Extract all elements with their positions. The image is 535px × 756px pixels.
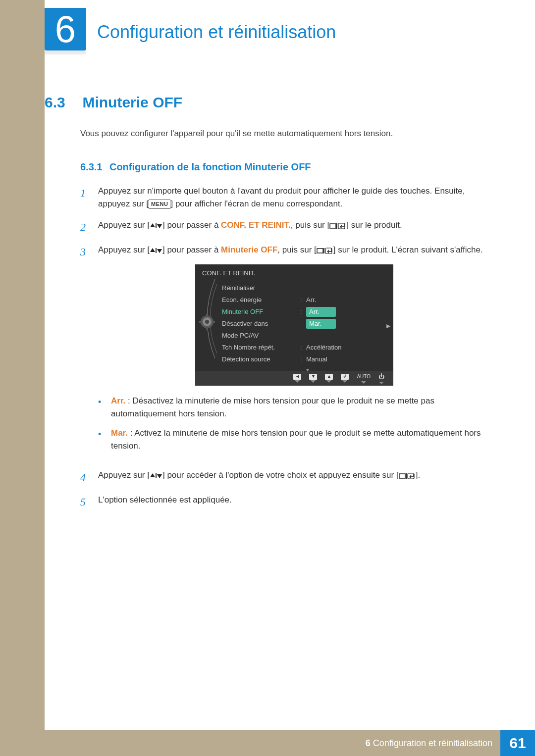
menu-button-icon: MENU (149, 200, 170, 209)
svg-rect-3 (330, 224, 336, 228)
svg-rect-17 (199, 321, 202, 323)
up-down-arrows-icon (150, 222, 162, 229)
svg-point-14 (205, 320, 209, 324)
osd-right-arrow-icon: ▶ (386, 322, 390, 330)
step-number: 2 (80, 219, 91, 236)
svg-rect-20 (156, 473, 157, 478)
page-header: 6 Configuration et réinitialisation (45, 8, 535, 50)
up-down-arrows-icon (150, 472, 162, 479)
keyword-mar: Mar. (111, 428, 128, 438)
left-sidebar-stripe (0, 0, 45, 756)
osd-row: Désactiver dans Mar. (222, 318, 393, 330)
osd-title: CONF. ET REINIT. (195, 264, 393, 282)
osd-selected-value: Arr. (306, 307, 336, 317)
svg-rect-18 (213, 321, 215, 323)
step-2: 2 Appuyez sur [] pour passer à CONF. ET … (80, 219, 490, 236)
subsection-heading: 6.3.1 Configuration de la fonction Minut… (80, 161, 490, 173)
chapter-number-box: 6 (45, 8, 86, 50)
svg-marker-0 (150, 223, 155, 227)
bullet-dot-icon: • (98, 427, 104, 453)
subsection-number: 6.3.1 (80, 161, 102, 172)
section-title: Minuterie OFF (82, 94, 182, 110)
osd-row: Tch Nombre répét. : Accélération (222, 342, 393, 353)
svg-rect-22 (399, 474, 405, 478)
osd-auto-icon: AUTO (357, 373, 371, 384)
source-enter-icon (317, 247, 333, 254)
keyword-minuterie-off: Minuterie OFF (221, 245, 277, 254)
gear-icon (199, 314, 215, 330)
svg-marker-8 (157, 249, 162, 253)
section-number: 6.3 (45, 94, 80, 111)
chapter-title: Configuration et réinitialisation (97, 22, 336, 43)
osd-footer: ◄ ▼ ▲ ↲ AUTO ⏻ (195, 371, 393, 386)
keyword-conf-reinit: CONF. ET REINIT. (221, 220, 291, 230)
svg-marker-19 (150, 473, 155, 477)
osd-back-icon: ◄ (293, 374, 301, 383)
bullet-item: • Mar. : Activez la minuterie de mise ho… (98, 427, 490, 453)
steps-list: 1 Appuyez sur n'importe quel bouton à l'… (80, 185, 490, 510)
osd-row: Réinitialiser (222, 282, 393, 294)
step-number: 4 (80, 469, 91, 486)
osd-down-icon: ▼ (309, 374, 317, 383)
osd-up-icon: ▲ (325, 374, 333, 383)
bullet-dot-icon: • (98, 395, 104, 421)
osd-row: Econ. énergie : Arr. (222, 294, 393, 306)
source-enter-icon (329, 222, 346, 229)
page-footer: 6 Configuration et réinitialisation 61 (45, 730, 535, 756)
svg-rect-10 (323, 248, 324, 253)
section-intro: Vous pouvez configurer l'appareil pour q… (80, 129, 490, 139)
page-number: 61 (500, 730, 535, 756)
step-5: 5 L'option sélectionnée est appliquée. (80, 494, 490, 510)
section-heading: 6.3 Minuterie OFF (45, 94, 490, 111)
osd-row-highlighted: Minuterie OFF : Arr. (222, 306, 393, 318)
subsection-title: Configuration de la fonction Minuterie O… (109, 161, 311, 172)
keyword-arr: Arr. (111, 396, 125, 405)
svg-marker-6 (150, 248, 155, 252)
osd-option: Mar. (306, 319, 336, 329)
osd-power-icon: ⏻ (378, 372, 384, 385)
bullet-list: • Arr. : Désactivez la minuterie de mise… (98, 395, 490, 453)
svg-rect-4 (336, 223, 337, 229)
svg-marker-2 (157, 224, 162, 228)
step-4: 4 Appuyez sur [] pour accéder à l'option… (80, 469, 490, 486)
osd-screenshot: CONF. ET REINIT. (195, 264, 393, 386)
footer-chapter-label: 6 Configuration et réinitialisation (366, 738, 492, 749)
svg-rect-23 (406, 473, 407, 479)
osd-row: Mode PC/AV (222, 330, 393, 342)
step-1: 1 Appuyez sur n'importe quel bouton à l'… (80, 185, 490, 211)
svg-rect-7 (156, 248, 157, 253)
source-enter-icon (399, 472, 416, 479)
step-number: 3 (80, 244, 91, 461)
svg-marker-21 (157, 474, 162, 478)
up-down-arrows-icon (150, 247, 162, 254)
step-number: 5 (80, 494, 91, 510)
svg-rect-1 (156, 223, 157, 228)
svg-rect-15 (206, 314, 208, 316)
svg-rect-9 (317, 249, 323, 253)
page-content: 6.3 Minuterie OFF Vous pouvez configurer… (45, 94, 490, 518)
svg-rect-16 (206, 327, 208, 330)
bullet-item: • Arr. : Désactivez la minuterie de mise… (98, 395, 490, 421)
osd-enter-icon: ↲ (341, 374, 349, 383)
osd-row: Détection source : Manual (222, 353, 393, 365)
step-number: 1 (80, 185, 91, 211)
step-3: 3 Appuyez sur [] pour passer à Minuterie… (80, 244, 490, 461)
